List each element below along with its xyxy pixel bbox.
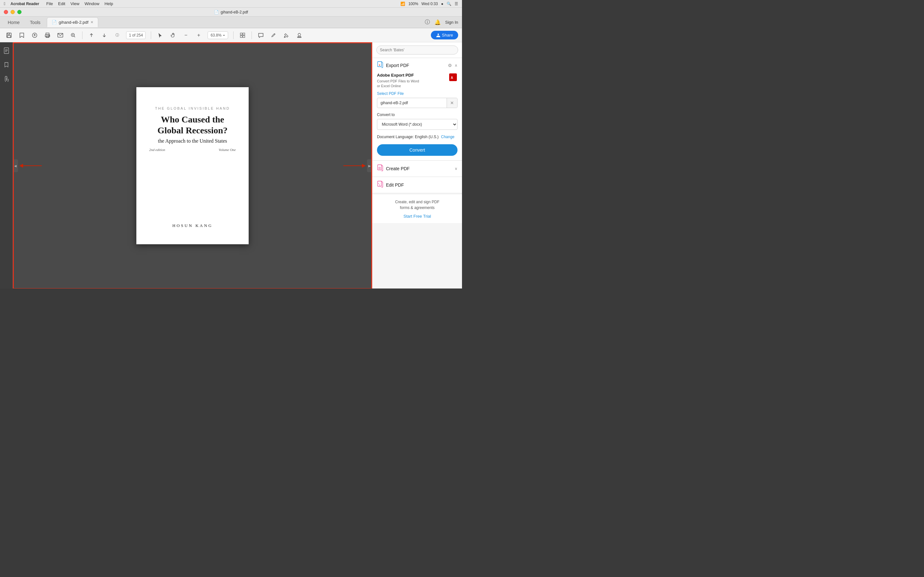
edit-pdf-section[interactable]: Edit PDF <box>373 177 462 193</box>
export-pdf-icon <box>377 61 383 69</box>
hand-tool[interactable] <box>168 30 178 40</box>
datetime: Wed 0:33 <box>422 2 438 6</box>
zoom-value: 63.8% <box>210 33 221 37</box>
close-button[interactable] <box>4 10 8 14</box>
stamp-button[interactable] <box>294 30 304 40</box>
mac-topbar:  Acrobat Reader File Edit View Window H… <box>0 0 462 8</box>
tab-file-icon: 📄 <box>52 20 57 25</box>
tab-file[interactable]: 📄 gihand-eB-2.pdf ✕ <box>47 17 98 27</box>
svg-rect-15 <box>297 37 301 37</box>
pdf-author: HOSUN KANG <box>172 223 213 228</box>
upload-button[interactable] <box>29 30 40 40</box>
window-title: 📄 gihand-eB-2.pdf <box>214 10 248 15</box>
tab-close-button[interactable]: ✕ <box>90 20 94 24</box>
svg-rect-10 <box>240 33 242 35</box>
control-icon[interactable]: ☰ <box>455 2 458 6</box>
save-button[interactable] <box>4 30 14 40</box>
pdf-title2: the Approach to the United States <box>149 138 236 144</box>
divider-3 <box>233 31 234 39</box>
convert-to-label: Convert to <box>377 113 457 117</box>
right-panel: Export PDF ⚙ ∧ Adobe Export PDF Convert … <box>372 42 462 288</box>
search-input[interactable] <box>376 45 458 55</box>
search-icon-top[interactable]: 🔍 <box>447 2 451 6</box>
menu-window[interactable]: Window <box>82 1 102 7</box>
divider-2 <box>151 31 151 39</box>
notification-icon[interactable]: 🔔 <box>435 19 441 25</box>
free-trial-button[interactable]: Start Free Trial <box>377 214 457 219</box>
create-pdf-label: Create PDF <box>386 166 452 171</box>
svg-point-7 <box>49 35 49 36</box>
maximize-button[interactable] <box>17 10 21 14</box>
grid-view-button[interactable] <box>237 30 248 40</box>
pdf-area: ◀ THE GLOBAL INVISIBLE HAND Who Caused t… <box>13 42 372 288</box>
doc-lang-info: Document Language: English (U.S.) Change <box>377 134 457 140</box>
menu-help[interactable]: Help <box>102 1 116 7</box>
page-info[interactable]: 1 of 254 <box>126 31 145 39</box>
tab-tools[interactable]: Tools <box>25 17 45 27</box>
svg-rect-13 <box>243 35 245 37</box>
svg-rect-12 <box>240 35 242 37</box>
divider-4 <box>252 31 252 39</box>
apple-menu[interactable]:  <box>4 1 5 6</box>
next-page-button[interactable] <box>99 30 110 40</box>
svg-text:A: A <box>451 76 453 79</box>
help-icon[interactable]: ⓘ <box>425 19 430 26</box>
sign-in-btn[interactable]: Sign In <box>445 20 458 25</box>
export-pdf-chevron[interactable]: ∧ <box>455 63 457 68</box>
sidebar-attachment[interactable] <box>2 74 11 83</box>
left-sidebar <box>0 42 13 288</box>
edit-pdf-icon <box>377 181 383 189</box>
svg-rect-28 <box>378 165 381 170</box>
file-name-display: gihand-eB-2.pdf <box>377 98 447 107</box>
collapse-right-handle[interactable]: ▶ <box>367 159 372 172</box>
battery-status: 100% <box>409 2 418 6</box>
left-arrow-indicator <box>19 163 45 169</box>
adobe-export-logo: A <box>449 73 457 82</box>
zoom-page-button[interactable] <box>68 30 78 40</box>
mail-button[interactable] <box>55 30 65 40</box>
svg-rect-1 <box>8 33 10 35</box>
create-pdf-section[interactable]: Create PDF ∨ <box>373 161 462 177</box>
export-desc-2: or Excel Online <box>377 84 401 88</box>
share-button[interactable]: Share <box>431 31 458 39</box>
export-pdf-section: Export PDF ⚙ ∧ Adobe Export PDF Convert … <box>373 58 462 161</box>
export-pdf-header[interactable]: Export PDF ⚙ ∧ <box>373 58 462 73</box>
export-pdf-content: Adobe Export PDF Convert PDF Files to Wo… <box>373 73 462 160</box>
promo-line2: forms & agreements <box>400 205 435 210</box>
pen-button[interactable] <box>268 30 279 40</box>
traffic-lights <box>4 10 21 14</box>
collapse-left-handle[interactable]: ◀ <box>13 159 18 172</box>
cursor-tool[interactable] <box>155 30 165 40</box>
search-section <box>373 42 462 58</box>
convert-button[interactable]: Convert <box>377 144 457 156</box>
export-pdf-settings-icon[interactable]: ⚙ <box>448 63 452 68</box>
comment-button[interactable] <box>256 30 266 40</box>
zoom-out-button[interactable]: − <box>181 30 191 40</box>
window-file-name: gihand-eB-2.pdf <box>221 10 248 15</box>
export-desc-1: Convert PDF Files to Word <box>377 79 419 83</box>
sidebar-page-view[interactable] <box>2 46 11 55</box>
zoom-display[interactable]: 63.8% <box>208 31 228 39</box>
print-button[interactable] <box>42 30 53 40</box>
doc-lang-change[interactable]: Change <box>441 135 454 139</box>
convert-to-select[interactable]: Microsoft Word (*.docx) <box>377 119 457 130</box>
menu-file[interactable]: File <box>44 1 55 7</box>
svg-point-14 <box>298 33 300 36</box>
tab-home[interactable]: Home <box>3 17 25 27</box>
main-area: ◀ THE GLOBAL INVISIBLE HAND Who Caused t… <box>0 42 462 288</box>
prev-page-button[interactable] <box>86 30 97 40</box>
file-clear-button[interactable]: ✕ <box>447 98 457 108</box>
select-pdf-label: Select PDF File <box>377 91 457 96</box>
doc-lang-value: English (U.S.) <box>415 135 439 139</box>
minimize-button[interactable] <box>11 10 15 14</box>
bookmark-button[interactable] <box>17 30 27 40</box>
menu-edit[interactable]: Edit <box>55 1 68 7</box>
highlight-button[interactable] <box>281 30 292 40</box>
zoom-in-button[interactable]: + <box>194 30 204 40</box>
sidebar-bookmark[interactable] <box>2 60 11 69</box>
right-arrow-indicator <box>340 163 366 169</box>
info-button[interactable]: ⓘ <box>112 30 122 40</box>
pdf-edition: 2nd edition <box>149 148 165 152</box>
wifi-icon: 📶 <box>401 2 405 6</box>
menu-view[interactable]: View <box>68 1 82 7</box>
